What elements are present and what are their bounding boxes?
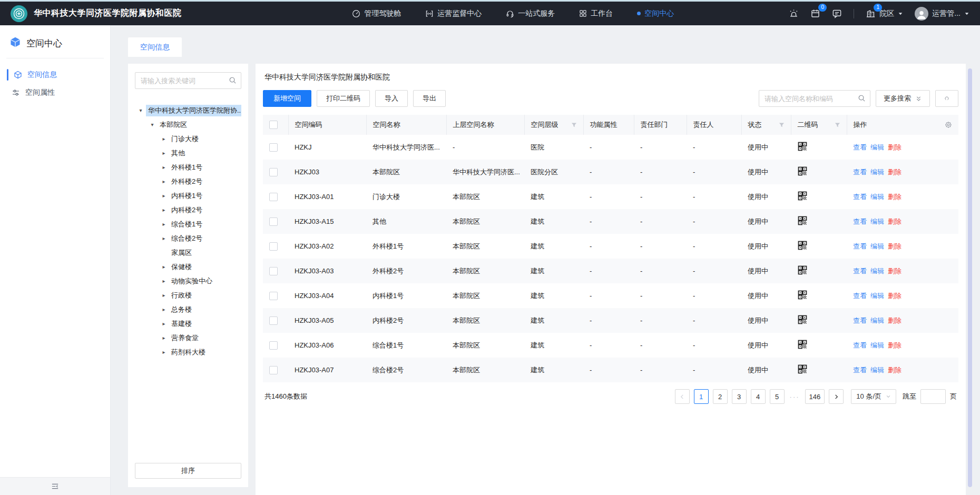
tree-node[interactable]: ▸综合楼2号 — [135, 231, 241, 245]
tree-node[interactable]: ▸外科楼1号 — [135, 160, 241, 174]
page-button-3[interactable]: 3 — [732, 389, 747, 404]
table-search-input[interactable] — [759, 90, 870, 107]
row-checkbox[interactable] — [269, 242, 278, 251]
row-checkbox[interactable] — [269, 143, 278, 152]
import-button[interactable]: 导入 — [375, 90, 408, 107]
caret-icon[interactable]: ▸ — [160, 136, 168, 142]
qr-code-icon[interactable] — [797, 141, 808, 152]
view-link[interactable]: 查看 — [853, 193, 867, 201]
page-button-146[interactable]: 146 — [805, 389, 825, 404]
row-checkbox[interactable] — [269, 292, 278, 300]
caret-icon[interactable]: ▸ — [160, 150, 168, 156]
view-link[interactable]: 查看 — [853, 168, 867, 176]
row-checkbox[interactable] — [269, 193, 278, 201]
refresh-button[interactable] — [935, 90, 958, 107]
edit-link[interactable]: 编辑 — [870, 193, 884, 201]
caret-icon[interactable]: ▸ — [160, 193, 168, 199]
caret-icon[interactable]: ▸ — [160, 306, 168, 312]
tree-node[interactable]: ▸综合楼1号 — [135, 217, 241, 231]
delete-link[interactable]: 删除 — [888, 341, 901, 349]
qr-code-icon[interactable] — [797, 290, 808, 300]
nav-item-dashboard[interactable]: 管理驾驶舱 — [352, 9, 401, 18]
view-link[interactable]: 查看 — [853, 267, 867, 275]
add-space-button[interactable]: 新增空间 — [263, 90, 311, 107]
filter-icon[interactable] — [779, 122, 785, 128]
tree-node[interactable]: ▸药剂科大楼 — [135, 345, 241, 359]
edit-link[interactable]: 编辑 — [870, 143, 884, 151]
caret-icon[interactable]: ▸ — [160, 179, 168, 184]
page-button-2[interactable]: 2 — [713, 389, 728, 404]
vertical-scrollbar[interactable] — [968, 68, 972, 487]
sidebar-item-cube[interactable]: 空间信息 — [0, 66, 110, 84]
tree-node[interactable]: ▸内科楼2号 — [135, 203, 241, 217]
delete-link[interactable]: 删除 — [888, 193, 901, 201]
header-checkbox[interactable] — [269, 121, 278, 129]
caret-icon[interactable]: ▾ — [137, 107, 144, 113]
jump-page-input[interactable] — [920, 389, 946, 404]
view-link[interactable]: 查看 — [853, 316, 867, 324]
delete-link[interactable]: 删除 — [888, 217, 901, 225]
qr-code-icon[interactable] — [797, 339, 808, 350]
qr-code-icon[interactable] — [797, 215, 808, 226]
page-ellipsis[interactable]: ··· — [789, 393, 801, 401]
calendar-icon[interactable]: 0 — [810, 8, 820, 18]
sidebar-item-sliders[interactable]: 空间属性 — [0, 84, 110, 102]
edit-link[interactable]: 编辑 — [870, 242, 884, 250]
tree-node[interactable]: ▸动物实验中心 — [135, 274, 241, 288]
nav-item-workbench[interactable]: 工作台 — [579, 9, 613, 18]
user-menu[interactable]: 运营管... — [915, 7, 969, 21]
tab-space-info[interactable]: 空间信息 — [128, 37, 182, 57]
tree-node[interactable]: ▸营养食堂 — [135, 331, 241, 345]
caret-icon[interactable]: ▸ — [160, 335, 168, 341]
tree-node[interactable]: ▾华中科技大学同济医学院附协... — [135, 103, 241, 117]
tree-node[interactable]: ▸门诊大楼 — [135, 132, 241, 146]
search-icon[interactable] — [858, 94, 866, 104]
tree-node[interactable]: 家属区 — [135, 245, 241, 260]
tree-node[interactable]: ▾本部院区 — [135, 117, 241, 132]
caret-icon[interactable]: ▸ — [160, 278, 168, 284]
edit-link[interactable]: 编辑 — [870, 341, 884, 349]
tree-node[interactable]: ▸总务楼 — [135, 302, 241, 316]
edit-link[interactable]: 编辑 — [870, 267, 884, 275]
page-button-5[interactable]: 5 — [770, 389, 785, 404]
tree-search-input[interactable] — [135, 72, 241, 89]
delete-link[interactable]: 删除 — [888, 366, 901, 374]
search-icon[interactable] — [229, 76, 237, 86]
caret-icon[interactable]: ▸ — [160, 349, 168, 355]
page-size-select[interactable]: 10 条/页 — [851, 389, 896, 404]
view-link[interactable]: 查看 — [853, 242, 867, 250]
print-qr-button[interactable]: 打印二维码 — [317, 90, 370, 107]
alarm-icon[interactable] — [789, 8, 799, 18]
caret-icon[interactable]: ▸ — [160, 221, 168, 227]
tree-node[interactable]: ▸外科楼2号 — [135, 174, 241, 189]
caret-icon[interactable]: ▾ — [149, 122, 156, 127]
export-button[interactable]: 导出 — [413, 90, 446, 107]
nav-item-monitor[interactable]: 运营监督中心 — [425, 9, 482, 18]
collapse-sidebar-icon[interactable] — [51, 482, 59, 490]
row-checkbox[interactable] — [269, 366, 278, 374]
tree-node[interactable]: ▸内科楼1号 — [135, 189, 241, 203]
view-link[interactable]: 查看 — [853, 143, 867, 151]
next-page-button[interactable] — [829, 389, 844, 404]
caret-icon[interactable]: ▸ — [160, 264, 168, 270]
edit-link[interactable]: 编辑 — [870, 366, 884, 374]
edit-link[interactable]: 编辑 — [870, 316, 884, 324]
qr-code-icon[interactable] — [797, 265, 808, 275]
view-link[interactable]: 查看 — [853, 341, 867, 349]
nav-item-dot[interactable]: 空间中心 — [637, 9, 674, 18]
sort-button[interactable]: 排序 — [135, 463, 241, 479]
qr-code-icon[interactable] — [797, 166, 808, 176]
qr-code-icon[interactable] — [797, 240, 808, 251]
view-link[interactable]: 查看 — [853, 217, 867, 225]
row-checkbox[interactable] — [269, 168, 278, 176]
tree-node[interactable]: ▸保健楼 — [135, 260, 241, 274]
tree-node[interactable]: ▸其他 — [135, 146, 241, 160]
qr-code-icon[interactable] — [797, 364, 808, 374]
edit-link[interactable]: 编辑 — [870, 292, 884, 300]
row-checkbox[interactable] — [269, 217, 278, 226]
more-search-button[interactable]: 更多搜索 — [876, 90, 930, 107]
delete-link[interactable]: 删除 — [888, 267, 901, 275]
page-button-4[interactable]: 4 — [751, 389, 766, 404]
caret-icon[interactable]: ▸ — [160, 292, 168, 298]
edit-link[interactable]: 编辑 — [870, 168, 884, 176]
